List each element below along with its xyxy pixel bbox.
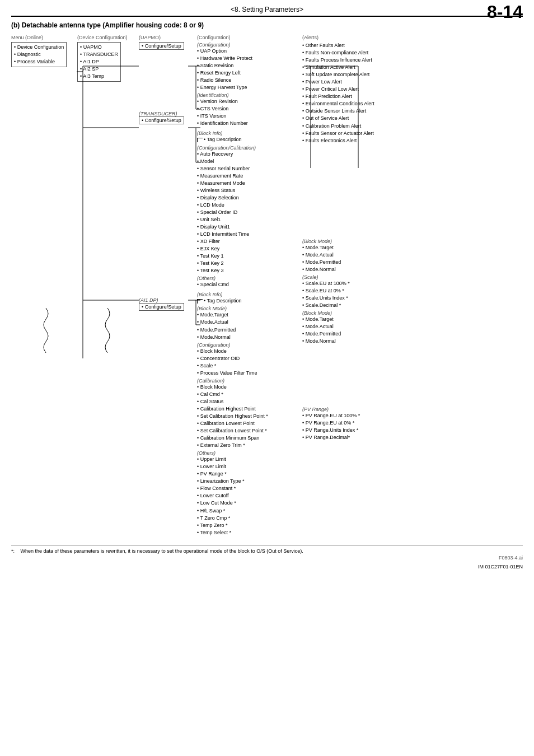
trans-unit-sel1: Unit Sel1 xyxy=(197,216,300,223)
ai1dp-cal-highest: Calibration Highest Point xyxy=(197,405,300,413)
uapmo-id-number: Identification Number xyxy=(197,120,300,127)
alert-faults-sensor: Faults Sensor or Actuator Alert xyxy=(302,130,418,137)
col-menu-header: Menu (Online) xyxy=(11,35,77,40)
trans-display-sel: Display Selection xyxy=(197,194,300,202)
alert-soft-update: Soft Update Incomplete Alert xyxy=(302,71,418,78)
uapmo-hw-write-protect: Hardware Write Protect xyxy=(197,55,300,62)
ai1dp-cal-cmd: Cal Cmd * xyxy=(197,391,300,398)
ai1dp-concentrator-oid: Concentrator OID xyxy=(197,355,300,362)
ai1dp-block-mode-label: (Block Mode) xyxy=(197,306,300,311)
ai1dp-setup: • Configure/Setup xyxy=(139,303,184,311)
trans-meas-rate: Measurement Rate xyxy=(197,172,300,180)
uapmo-static-revision: Static Revision xyxy=(197,62,300,69)
uapmo-config-label: (Configuration) xyxy=(197,42,300,48)
pv-range-eu-0: PV Range.EU at 0% * xyxy=(302,419,418,427)
alert-faults-electronics: Faults Electronics Alert xyxy=(302,137,418,144)
trans-ejx-key: EJX Key xyxy=(197,245,300,253)
trans-model: Model xyxy=(197,158,300,165)
col-config-header: (Configuration) xyxy=(197,35,300,40)
ai1dp-tag-desc: Tag Description xyxy=(204,297,242,305)
dev-item-transducer: TRANSDUCER xyxy=(80,51,118,58)
trans-special-order: Special Order ID xyxy=(197,209,300,216)
trans-others-label: (Others) xyxy=(197,276,300,281)
ai1dp-set-cal-highest: Set Calibration Highest Point * xyxy=(197,413,300,420)
transducer-label: (TRANSDUCER) xyxy=(139,111,195,116)
transducer-setup: • Configure/Setup xyxy=(139,116,184,124)
ai1dp-bm-right-actual: Mode.Actual xyxy=(302,251,418,259)
ai1dp-pv-range: PV Range * xyxy=(197,470,300,478)
trans-lcd-mode: LCD Mode xyxy=(197,202,300,209)
ai1dp-block-mode: Block Mode xyxy=(197,348,300,355)
uapmo-setup: • Configure/Setup xyxy=(139,42,184,50)
ai1dp-bm-right-label: (Block Mode) xyxy=(302,239,418,244)
ai1dp-hl-swap: H/L Swap * xyxy=(197,507,300,515)
pv-range-decimal: PV Range.Decimal* xyxy=(302,434,418,441)
bm-cal-right-actual: Mode.Actual xyxy=(302,323,418,330)
alert-out-of-service: Out of Service Alert xyxy=(302,115,418,122)
trans-test-key3: Test Key 3 xyxy=(197,267,300,274)
trans-test-key2: Test Key 2 xyxy=(197,260,300,267)
alert-power-low: Power Low Alert xyxy=(302,78,418,86)
ai1dp-ext-zero-trim: External Zero Trim * xyxy=(197,442,300,449)
trans-auto-recovery: Auto Recovery xyxy=(197,151,300,158)
dev-item-ai3temp: AI3 Temp xyxy=(80,73,118,80)
scale-decimal: Scale.Decimal * xyxy=(302,302,418,309)
ai1dp-others-label: (Others) xyxy=(197,450,300,456)
page-title: <8. Setting Parameters> xyxy=(231,6,303,13)
alert-simulation: Simulation Active Alert xyxy=(302,64,418,71)
trans-sensor-serial: Sensor Serial Number xyxy=(197,165,300,172)
ai1dp-temp-zero: Temp Zero * xyxy=(197,522,300,529)
ai1dp-mode-permitted: Mode.Permitted xyxy=(197,326,300,334)
ai1dp-bm-right-permitted: Mode.Permitted xyxy=(302,259,418,266)
alert-power-critical: Power Critical Low Alert xyxy=(302,86,418,93)
ai1dp-scale: Scale * xyxy=(197,362,300,370)
ai1dp-cal-block-mode: Block Mode xyxy=(197,384,300,391)
trans-meas-mode: Measurement Mode xyxy=(197,180,300,187)
ai1dp-low-cut-mode: Low Cut Mode * xyxy=(197,500,300,507)
alert-outside-sensor: Outside Sensor Limits Alert xyxy=(302,108,418,115)
uapmo-id-label: (Identification) xyxy=(197,92,300,98)
fig-label: F0803-4.ai xyxy=(11,555,523,561)
ai1dp-cal-status: Cal Status xyxy=(197,398,300,405)
alert-environmental: Environmental Conditions Alert xyxy=(302,100,418,108)
ai1dp-block-info-label: (Block Info) xyxy=(197,292,300,297)
menu-item-2: Diagnostic xyxy=(14,51,64,58)
col-uapmo-header: (UAPMO) xyxy=(139,35,195,40)
col-alerts-header: (Alerts) xyxy=(302,35,418,40)
bm-cal-right-target: Mode.Target xyxy=(302,316,418,323)
alert-cal-problem: Calibration Problem Alert xyxy=(302,123,418,130)
dev-item-ai1dp: AI1 DP xyxy=(80,58,118,66)
footer-ref: IM 01C27F01-01EN xyxy=(11,564,523,570)
alert-fault-prediction: Fault Prediction Alert xyxy=(302,93,418,100)
alert-other-faults: Other Faults Alert xyxy=(302,42,418,49)
menu-item-3: Process Variable xyxy=(14,58,64,66)
trans-display-unit1: Display Unit1 xyxy=(197,223,300,231)
ai1dp-bm-right-target: Mode.Target xyxy=(302,244,418,251)
trans-xd-filter: XD Filter xyxy=(197,238,300,245)
ai1dp-upper-limit: Upper Limit xyxy=(197,456,300,463)
ai1dp-label: (AI1 DP) xyxy=(139,297,195,303)
col-device-header: (Device Configuration) xyxy=(77,35,139,40)
trans-lcd-intermittent: LCD Intermittent Time xyxy=(197,231,300,238)
trans-special-cmd: Special Cmd xyxy=(197,281,300,288)
uapmo-its-version: ITS Version xyxy=(197,113,300,120)
trans-config-cal-label: (Configuration/Calibration) xyxy=(197,145,300,151)
ai1dp-config-label: (Configuration) xyxy=(197,342,300,348)
bm-cal-right-normal: Mode.Normal xyxy=(302,338,418,345)
ai1dp-lower-cutoff: Lower Cutoff xyxy=(197,492,300,500)
ai1dp-cal-label: (Calibration) xyxy=(197,378,300,384)
ai1dp-mode-normal: Mode.Normal xyxy=(197,334,300,341)
ai1dp-pv-filter: Process Value Filter Time xyxy=(197,370,300,377)
ai1dp-cal-lowest: Calibration Lowest Point xyxy=(197,420,300,427)
scale-eu-0: Scale.EU at 0% * xyxy=(302,287,418,295)
menu-item-1: Device Configuration xyxy=(14,44,64,51)
scale-eu-100: Scale.EU at 100% * xyxy=(302,280,418,287)
dev-item-uapmo: UAPMO xyxy=(80,44,118,51)
uapmo-cts-version: CTS Version xyxy=(197,105,300,113)
uapmo-energy-harvest: Energy Harvest Type xyxy=(197,84,300,91)
footnote-text: When the data of these parameters is rew… xyxy=(21,548,303,554)
ai1dp-flow-constant: Flow Constant * xyxy=(197,485,300,492)
ai1dp-temp-select: Temp Select * xyxy=(197,529,300,536)
ai1dp-t-zero-cmp: T Zero Cmp * xyxy=(197,515,300,522)
bm-cal-right-label: (Block Mode) xyxy=(302,310,418,316)
